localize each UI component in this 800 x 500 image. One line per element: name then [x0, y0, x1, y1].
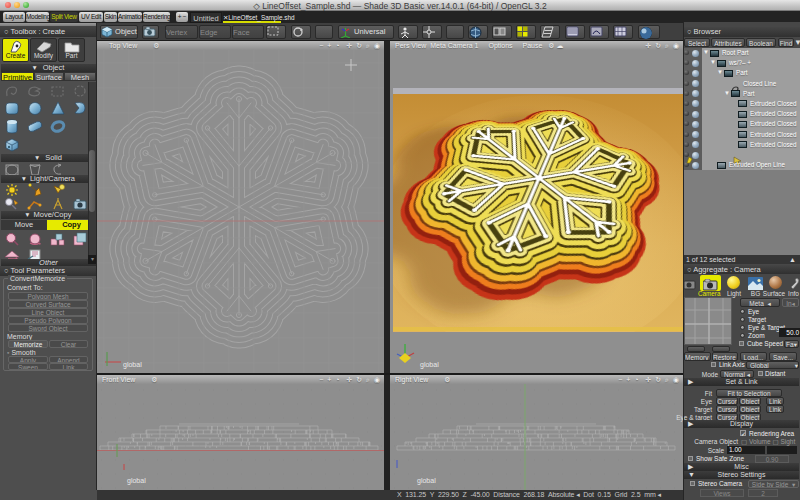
svg-text:global: global — [127, 477, 146, 485]
svg-text:global: global — [420, 361, 439, 369]
svg-text:global: global — [417, 477, 436, 485]
svg-text:global: global — [123, 361, 142, 369]
